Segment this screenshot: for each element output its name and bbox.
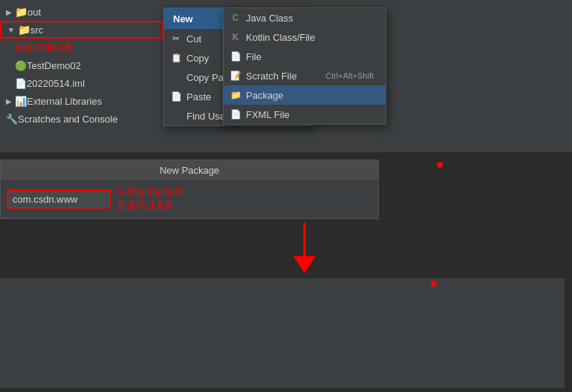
tree-label-external: External Libraries <box>27 96 102 107</box>
new-submenu-top: C Java Class K Kotlin Class/File 📄 File … <box>223 7 386 125</box>
new-package-dialog: New Package 注意这里的名字是逆序过来的 <box>0 160 379 219</box>
tree-annotation-label: 鼠标右键点击 <box>0 39 163 56</box>
submenu-item-fxml[interactable]: 📄 FXML File <box>224 105 386 124</box>
tree-label-scratches: Scratches and Console <box>18 114 117 125</box>
tree-item-scratches[interactable]: 🔧 Scratches and Console <box>0 110 163 128</box>
down-arrow <box>282 223 327 277</box>
kotlin-icon: K <box>230 32 241 42</box>
collapse-arrow-ext: ▶ <box>6 97 12 105</box>
svg-marker-1 <box>293 256 316 273</box>
file-icon: 📄 <box>230 51 241 62</box>
folder-icon: 📁 <box>15 6 27 18</box>
submenu-label-scratch: Scratch File <box>246 71 297 82</box>
src-folder-icon: 📁 <box>18 24 30 36</box>
collapse-arrow: ▶ <box>6 8 12 16</box>
package-icon: 📁 <box>230 90 241 100</box>
menu-label-copy: Copy <box>186 53 209 64</box>
class-icon: 🟢 <box>15 60 27 71</box>
submenu-item-java[interactable]: C Java Class <box>224 8 386 27</box>
tree-item-iml[interactable]: 📄 20220514.iml <box>0 74 163 92</box>
menu-label-cut: Cut <box>186 33 201 45</box>
cut-icon: ✂ <box>170 33 182 44</box>
menu-label-paste: Paste <box>186 91 211 102</box>
submenu-item-file[interactable]: 📄 File <box>224 47 386 66</box>
java-class-icon: C <box>230 13 241 23</box>
tree-label-src: src <box>30 24 43 36</box>
ext-icon: 📊 <box>15 96 27 107</box>
package-input-row: 注意这里的名字是逆序过来的 <box>1 180 378 218</box>
collapse-arrow-src: ▼ <box>7 26 15 34</box>
package-annotation: 注意这里的名字是逆序过来的 <box>117 186 184 212</box>
tree-item-out[interactable]: ▶ 📁 out <box>0 3 163 21</box>
tree-item-external[interactable]: ▶ 📊 External Libraries <box>0 92 163 110</box>
tree-label-iml: 20220514.iml <box>27 78 85 89</box>
submenu-label-java: Java Class <box>246 13 293 24</box>
submenu-item-package[interactable]: 📁 Package <box>224 85 386 105</box>
red-dot-middle <box>437 162 443 168</box>
top-file-tree: ▶ 📁 out ▼ 📁 src 鼠标右键点击 🟢 TestDemo02 📄 20… <box>0 0 163 152</box>
package-name-input[interactable] <box>7 190 111 209</box>
fxml-icon: 📄 <box>230 109 241 120</box>
copy-icon: 📋 <box>170 53 182 63</box>
tree-label-out: out <box>27 7 41 18</box>
tree-label-testdemo02: TestDemo02 <box>27 60 81 71</box>
tree-item-src[interactable]: ▼ 📁 src <box>0 21 163 39</box>
scratch-file-icon: 📝 <box>230 71 241 81</box>
new-package-header: New Package <box>1 160 378 180</box>
submenu-label-package: Package <box>246 90 284 101</box>
bottom-section: 📁 src 📁 com.csdn.www 🟢 TestDemo01 🟢 Test… <box>0 278 565 388</box>
submenu-item-kotlin[interactable]: K Kotlin Class/File <box>224 27 386 47</box>
paste-icon: 📄 <box>170 91 182 102</box>
submenu-label-fxml: FXML File <box>246 109 290 120</box>
scratch-icon: 🔧 <box>6 114 18 125</box>
top-section: ▶ 📁 out ▼ 📁 src 鼠标右键点击 🟢 TestDemo02 📄 20… <box>0 0 572 152</box>
tree-item-testdemo02[interactable]: 🟢 TestDemo02 <box>0 56 163 74</box>
scratch-shortcut: Ctrl+Alt+Shift <box>311 71 374 80</box>
iml-icon: 📄 <box>15 78 27 89</box>
submenu-item-scratch[interactable]: 📝 Scratch File Ctrl+Alt+Shift <box>224 66 386 85</box>
submenu-label-kotlin: Kotlin Class/File <box>246 32 315 43</box>
red-dot-bottom <box>431 281 437 287</box>
submenu-label-file: File <box>246 51 261 62</box>
